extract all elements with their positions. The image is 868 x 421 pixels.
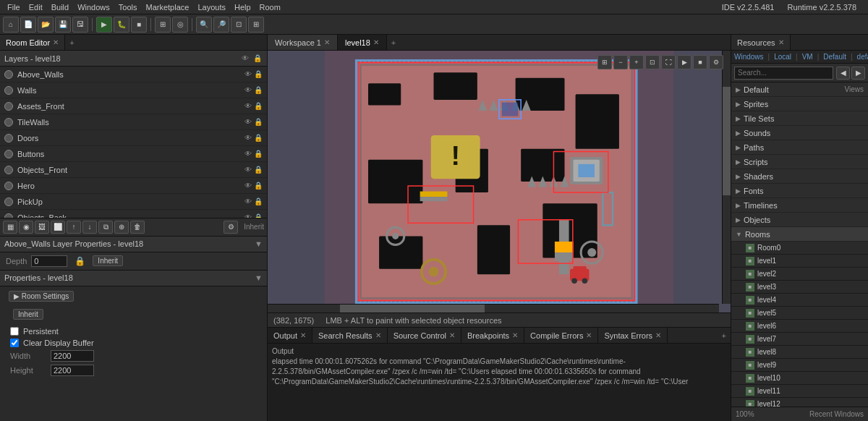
output-tab-search[interactable]: Search Results ✕ [312, 328, 388, 343]
compile-tab-close[interactable]: ✕ [586, 331, 592, 339]
add-layer-asset-button[interactable]: 🖼 [35, 221, 49, 234]
grid-button[interactable]: ⊞ [248, 17, 264, 33]
texture-button[interactable]: ◎ [172, 17, 188, 33]
default2-link[interactable]: default [857, 53, 868, 61]
menu-layouts[interactable]: Layouts [193, 3, 230, 12]
depth-lock-icon[interactable]: 🔒 [75, 256, 85, 266]
add-output-tab-button[interactable]: + [718, 331, 731, 340]
resources-tab[interactable]: Resources ✕ [731, 35, 791, 50]
layer-tilewalls[interactable]: TileWalls 👁 🔒 [0, 114, 267, 130]
layer-lock-icon[interactable]: 🔒 [254, 166, 263, 174]
rooms-section[interactable]: ▼ Rooms [731, 227, 868, 242]
settings-canvas-button[interactable]: ⚙ [709, 55, 723, 69]
layers-lock-icon[interactable]: 🔒 [252, 54, 263, 64]
layer-eye-icon[interactable]: 👁 [244, 134, 252, 142]
layer-eye-icon[interactable]: 👁 [244, 197, 252, 205]
level18-tab[interactable]: level18 ✕ [338, 35, 387, 50]
add-layer-bg-button[interactable]: ⬜ [51, 221, 65, 234]
room-item-level10[interactable]: ■level10 [731, 372, 868, 385]
layer-eye-icon[interactable]: 👁 [244, 118, 252, 126]
room-item-level1[interactable]: ■level1 [731, 255, 868, 268]
merge-layer-button[interactable]: ⊕ [114, 221, 129, 234]
depth-input[interactable] [31, 255, 67, 267]
persistent-checkbox[interactable] [10, 327, 19, 336]
fonts-section[interactable]: ▶ Fonts [731, 184, 868, 198]
menu-help[interactable]: Help [230, 3, 255, 12]
layer-eye-icon[interactable]: 👁 [244, 102, 252, 110]
shaders-section[interactable]: ▶ Shaders [731, 169, 868, 184]
delete-layer-button[interactable]: 🗑 [130, 221, 145, 234]
layer-eye-icon[interactable]: 👁 [244, 150, 252, 158]
output-tab-compile[interactable]: Compile Errors ✕ [524, 328, 598, 343]
room-editor-tab[interactable]: Room Editor ✕ [0, 35, 65, 50]
layer-eye-icon[interactable]: 👁 [244, 70, 252, 78]
save-button[interactable]: 💾 [55, 17, 71, 33]
room-canvas[interactable]: ⊞ − + ⊡ ⛶ ▶ ■ ⚙ [268, 51, 731, 312]
grid-view-button[interactable]: ⊞ [597, 55, 612, 69]
layer-buttons[interactable]: Buttons 👁 🔒 [0, 146, 267, 162]
output-tab-breakpoints[interactable]: Breakpoints ✕ [461, 328, 524, 343]
layer-doors[interactable]: Doors 👁 🔒 [0, 130, 267, 146]
output-tab-output[interactable]: Output ✕ [268, 328, 312, 343]
source-tab-close[interactable]: ✕ [449, 331, 455, 339]
layer-lock-icon[interactable]: 🔒 [254, 118, 263, 126]
move-up-button[interactable]: ↑ [67, 221, 81, 234]
layer-eye-icon[interactable]: 👁 [244, 86, 252, 94]
zoom-fit-button[interactable]: ⊡ [231, 17, 247, 33]
layer-lock-icon[interactable]: 🔒 [254, 102, 263, 110]
workspace-tab[interactable]: Workspace 1 ✕ [268, 35, 338, 50]
layer-props-collapse[interactable]: ▼ [255, 239, 263, 248]
run-button[interactable]: ▶ [96, 17, 112, 33]
room-item-level12[interactable]: ■level12 [731, 398, 868, 407]
search-next-button[interactable]: ▶ [851, 67, 865, 80]
resources-tab-close[interactable]: ✕ [778, 38, 784, 46]
paths-section[interactable]: ▶ Paths [731, 140, 868, 155]
layer-lock-icon[interactable]: 🔒 [254, 197, 263, 205]
duplicate-layer-button[interactable]: ⧉ [98, 221, 113, 234]
layer-lock-icon[interactable]: 🔒 [254, 134, 263, 142]
vertical-scrollbar[interactable] [722, 51, 731, 304]
room-item-Room0[interactable]: ■Room0 [731, 242, 868, 255]
level18-tab-close[interactable]: ✕ [373, 38, 379, 46]
room-item-level6[interactable]: ■level6 [731, 320, 868, 333]
layer-above-walls[interactable]: Above_Walls 👁 🔒 [0, 67, 267, 82]
room-item-level11[interactable]: ■level11 [731, 385, 868, 398]
debug-button[interactable]: 🐛 [114, 17, 129, 33]
default-section[interactable]: ▶ Default Views [731, 82, 868, 97]
menu-room[interactable]: Room [255, 3, 285, 12]
scripts-section[interactable]: ▶ Scripts [731, 155, 868, 169]
workspace-tab-close[interactable]: ✕ [324, 38, 330, 46]
room-item-level9[interactable]: ■level9 [731, 359, 868, 372]
sprites-section[interactable]: ▶ Sprites [731, 97, 868, 111]
layer-eye-icon[interactable]: 👁 [244, 182, 252, 190]
room-editor-tab-close[interactable]: ✕ [53, 38, 59, 46]
vm-link[interactable]: VM [802, 53, 813, 61]
zoom-in-button[interactable]: 🔍 [196, 17, 212, 33]
open-button[interactable]: 📂 [38, 17, 54, 33]
layer-lock-icon[interactable]: 🔒 [254, 70, 263, 78]
settings-layer-button[interactable]: ⚙ [224, 221, 238, 234]
layer-lock-icon[interactable]: 🔒 [254, 182, 263, 190]
menu-build[interactable]: Build [47, 3, 73, 12]
resources-search-input[interactable] [734, 67, 833, 80]
stop-button[interactable]: ■ [693, 55, 707, 69]
depth-inherit-button[interactable]: Inherit [93, 255, 123, 266]
width-input[interactable] [51, 350, 94, 362]
layer-objects-front[interactable]: Objects_Front 👁 🔒 [0, 162, 267, 178]
local-link[interactable]: Local [774, 53, 791, 61]
search-prev-button[interactable]: ◀ [836, 67, 850, 80]
menu-file[interactable]: File [3, 3, 25, 12]
layer-walls[interactable]: Walls 👁 🔒 [0, 82, 267, 98]
layer-objects-back[interactable]: Objects_Back 👁 🔒 [0, 210, 267, 218]
room-item-level4[interactable]: ■level4 [731, 294, 868, 307]
clean-button[interactable]: ■ [131, 17, 147, 33]
menu-windows[interactable]: Windows [73, 3, 114, 12]
layer-assets-front[interactable]: Assets_Front 👁 🔒 [0, 98, 267, 114]
add-layer-object-button[interactable]: ◉ [19, 221, 33, 234]
sounds-section[interactable]: ▶ Sounds [731, 126, 868, 140]
room-settings-label[interactable]: ▶ Room Settings [9, 291, 74, 302]
search-tab-close[interactable]: ✕ [375, 331, 381, 339]
zoom-minus-button[interactable]: − [613, 55, 628, 69]
objects-section[interactable]: ▶ Objects [731, 213, 868, 227]
zoom-out-button[interactable]: 🔎 [213, 17, 229, 33]
